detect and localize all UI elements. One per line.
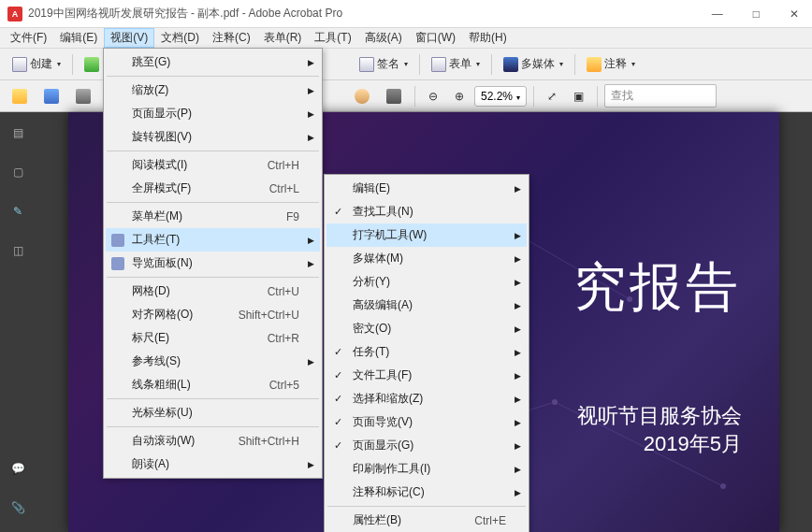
submenu-select-zoom[interactable]: ✓选择和缩放(Z)▶ <box>326 387 527 410</box>
submenu-page-nav[interactable]: ✓页面导览(V)▶ <box>326 410 527 434</box>
zoom-combo[interactable]: 52.2%▾ <box>474 86 527 107</box>
pages-panel-icon[interactable]: ▤ <box>7 122 29 144</box>
menu-ruler[interactable]: 标尺(E)Ctrl+R <box>106 326 320 350</box>
submenu-security[interactable]: 密文(O)▶ <box>326 317 527 340</box>
menu-snap-grid[interactable]: 对齐网格(O)Shift+Ctrl+U <box>106 303 320 326</box>
comments-panel-icon[interactable]: 💬 <box>7 457 29 480</box>
submenu-print-production[interactable]: 印刷制作工具(I)▶ <box>326 457 527 481</box>
check-icon: ✓ <box>334 416 342 428</box>
fit-page-button[interactable]: ▣ <box>567 86 590 107</box>
submenu-comment-markup[interactable]: 注释和标记(C)▶ <box>326 481 527 504</box>
bookmarks-panel-icon[interactable]: ▢ <box>7 161 29 183</box>
media-icon <box>503 57 518 72</box>
minimize-button[interactable]: — <box>706 6 729 22</box>
zoom-out-button[interactable]: ⊖ <box>422 86 444 107</box>
submenu-multimedia[interactable]: 多媒体(M)▶ <box>326 247 527 270</box>
menu-page-display[interactable]: 页面显示(P)▶ <box>106 102 320 125</box>
menu-cursor-coords[interactable]: 光标坐标(U) <box>106 401 320 424</box>
submenu-tasks[interactable]: ✓任务(T)▶ <box>326 340 527 364</box>
menu-menubar[interactable]: 菜单栏(M)F9 <box>106 205 320 228</box>
sign-button[interactable]: 签名▾ <box>353 52 414 76</box>
submenu-typewriter[interactable]: 打字机工具(W)▶ <box>326 223 527 247</box>
zoom-in-button[interactable]: ⊕ <box>448 86 471 107</box>
fit-width-button[interactable]: ⤢ <box>541 86 563 107</box>
panel-icon <box>111 257 124 270</box>
doc-heading: 究报告 <box>573 252 742 324</box>
separator <box>72 54 73 75</box>
folder-icon <box>12 89 27 104</box>
menu-forms[interactable]: 表单(R) <box>257 28 309 48</box>
separator <box>414 86 415 107</box>
sign-icon <box>359 57 374 72</box>
layers-panel-icon[interactable]: ◫ <box>7 239 29 262</box>
menu-guides[interactable]: 参考线(S)▶ <box>106 350 320 373</box>
separator <box>597 86 598 107</box>
create-button[interactable]: 创建▾ <box>6 52 67 76</box>
menu-zoom[interactable]: 缩放(Z)▶ <box>106 79 320 102</box>
annotate-button[interactable]: 注释▾ <box>580 52 642 76</box>
menu-line-weight[interactable]: 线条粗细(L)Ctrl+5 <box>106 373 320 396</box>
toolbar-icon <box>111 234 124 247</box>
menu-autoscroll[interactable]: 自动滚动(W)Shift+Ctrl+H <box>106 429 320 453</box>
menu-goto[interactable]: 跳至(G)▶ <box>106 50 320 74</box>
signatures-panel-icon[interactable]: ✎ <box>7 200 29 223</box>
maximize-button[interactable]: □ <box>747 6 765 22</box>
menu-file[interactable]: 文件(F) <box>4 28 53 48</box>
menubar: 文件(F) 编辑(E) 视图(V) 文档(D) 注释(C) 表单(R) 工具(T… <box>0 28 812 49</box>
combine-button[interactable] <box>78 53 106 76</box>
forms-button[interactable]: 表单▾ <box>425 52 486 76</box>
attachments-panel-icon[interactable]: 📎 <box>7 496 29 519</box>
menu-comment[interactable]: 注释(C) <box>206 28 257 48</box>
select-icon <box>386 89 401 104</box>
close-button[interactable]: ✕ <box>784 6 805 22</box>
menu-edit[interactable]: 编辑(E) <box>53 28 104 48</box>
submenu-analyze[interactable]: 分析(Y)▶ <box>326 270 527 294</box>
toolbars-submenu: 编辑(E)▶ ✓查找工具(N) 打字机工具(W)▶ 多媒体(M)▶ 分析(Y)▶… <box>324 174 529 532</box>
menu-read-aloud[interactable]: 朗读(A)▶ <box>106 453 320 476</box>
multimedia-button[interactable]: 多媒体▾ <box>497 52 570 76</box>
check-icon: ✓ <box>334 439 342 452</box>
menu-document[interactable]: 文档(D) <box>154 28 206 48</box>
search-input[interactable]: 查找 <box>604 84 717 108</box>
menu-grid[interactable]: 网格(D)Ctrl+U <box>106 280 320 303</box>
print-icon <box>76 89 91 104</box>
submenu-advanced-edit[interactable]: 高级编辑(A)▶ <box>326 294 527 317</box>
menu-read-mode[interactable]: 阅读模式(I)Ctrl+H <box>106 153 320 177</box>
menu-fullscreen[interactable]: 全屏模式(F)Ctrl+L <box>106 177 320 200</box>
submenu-file-tools[interactable]: ✓文件工具(F)▶ <box>326 364 527 387</box>
view-menu: 跳至(G)▶ 缩放(Z)▶ 页面显示(P)▶ 旋转视图(V)▶ 阅读模式(I)C… <box>103 48 323 479</box>
menu-nav-panels[interactable]: 导览面板(N)▶ <box>106 252 320 275</box>
separator <box>574 54 575 75</box>
select-tool-button[interactable] <box>380 85 408 108</box>
check-icon: ✓ <box>334 346 342 358</box>
plus-icon <box>84 57 99 72</box>
check-icon: ✓ <box>334 393 342 405</box>
form-icon <box>431 57 446 72</box>
window-buttons: — □ ✕ <box>706 6 805 22</box>
window-title: 2019中国网络视听发展研究报告 - 副本.pdf - Adobe Acroba… <box>28 6 706 22</box>
menu-view[interactable]: 视图(V) <box>104 28 154 48</box>
submenu-find-tools[interactable]: ✓查找工具(N) <box>326 200 527 223</box>
app-icon: A <box>7 7 22 22</box>
menu-toolbars[interactable]: 工具栏(T)▶ <box>106 228 320 252</box>
open-button[interactable] <box>6 85 34 108</box>
hand-tool-button[interactable] <box>348 85 376 108</box>
menu-tools[interactable]: 工具(T) <box>308 28 357 48</box>
submenu-edit[interactable]: 编辑(E)▶ <box>326 177 527 200</box>
check-icon: ✓ <box>334 206 342 218</box>
menu-window[interactable]: 窗口(W) <box>409 28 462 48</box>
save-icon <box>44 89 59 104</box>
save-button[interactable] <box>37 85 65 108</box>
check-icon: ✓ <box>334 369 342 381</box>
separator <box>491 54 492 75</box>
print-button[interactable] <box>69 85 97 108</box>
menu-advanced[interactable]: 高级(A) <box>358 28 409 48</box>
doc-subtitle-1: 视听节目服务协会 <box>577 402 742 430</box>
submenu-page-display[interactable]: ✓页面显示(G)▶ <box>326 434 527 457</box>
submenu-properties-bar[interactable]: 属性栏(B)Ctrl+E <box>326 509 527 532</box>
menu-help[interactable]: 帮助(H) <box>462 28 514 48</box>
svg-point-12 <box>552 399 558 405</box>
doc-subtitle-2: 2019年5月 <box>644 430 742 458</box>
hand-icon <box>355 89 370 104</box>
menu-rotate[interactable]: 旋转视图(V)▶ <box>106 125 320 149</box>
